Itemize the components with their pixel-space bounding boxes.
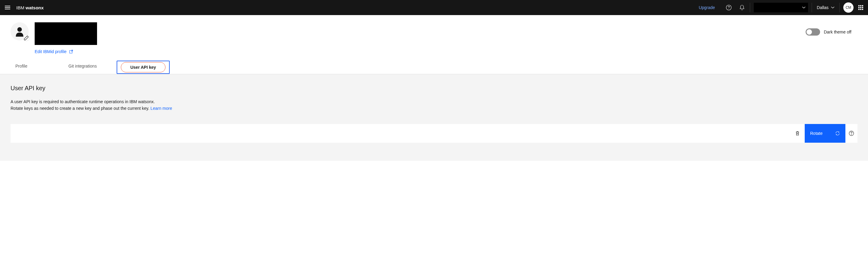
page-title: User API key — [10, 85, 858, 92]
help-icon[interactable] — [726, 4, 732, 10]
profile-section: Edit IBMid profile Dark theme off — [0, 15, 868, 54]
notification-icon[interactable] — [739, 4, 745, 10]
profile-name-redacted — [35, 22, 97, 45]
edit-avatar-button[interactable] — [23, 34, 30, 41]
tab-profile[interactable]: Profile — [10, 60, 64, 74]
pencil-icon — [24, 32, 30, 44]
content-area: User API key A user API key is required … — [0, 74, 868, 161]
brand-logo[interactable]: IBM watsonx — [16, 5, 44, 10]
svg-point-2 — [18, 27, 22, 32]
top-header: IBM watsonx Upgrade Dallas CM — [0, 0, 868, 15]
tabs: Profile Git integrations User API key — [0, 60, 868, 74]
profile-avatar — [10, 22, 29, 40]
learn-more-link[interactable]: Learn more — [150, 106, 172, 111]
divider — [812, 3, 812, 12]
theme-label: Dark theme off — [824, 30, 851, 34]
avatar[interactable]: CM — [843, 2, 854, 13]
rotate-icon — [835, 131, 840, 136]
chevron-down-icon — [831, 6, 835, 9]
account-dropdown[interactable] — [754, 3, 808, 12]
chevron-down-icon — [802, 6, 806, 9]
svg-point-5 — [851, 134, 851, 135]
divider — [750, 3, 750, 12]
region-label: Dallas — [817, 5, 829, 10]
theme-toggle: Dark theme off — [806, 28, 851, 36]
help-icon — [849, 131, 854, 136]
external-link-icon — [69, 50, 73, 54]
tab-git-integrations[interactable]: Git integrations — [64, 60, 117, 74]
api-key-row: Rotate — [10, 124, 858, 143]
dark-theme-switch[interactable] — [806, 28, 820, 36]
page-description: A user API key is required to authentica… — [10, 98, 858, 112]
trash-icon — [795, 131, 800, 136]
profile-info: Edit IBMid profile — [35, 22, 97, 54]
tab-user-api-key[interactable]: User API key — [117, 61, 170, 74]
svg-point-1 — [728, 8, 729, 9]
menu-icon[interactable] — [5, 6, 10, 9]
upgrade-link[interactable]: Upgrade — [699, 5, 715, 10]
divider — [839, 3, 840, 12]
help-button[interactable] — [845, 131, 858, 136]
app-switcher-icon[interactable] — [858, 5, 863, 10]
edit-ibmid-link[interactable]: Edit IBMid profile — [35, 49, 97, 54]
region-dropdown[interactable]: Dallas — [817, 5, 835, 10]
rotate-key-button[interactable]: Rotate — [805, 124, 845, 143]
delete-key-button[interactable] — [790, 126, 805, 141]
